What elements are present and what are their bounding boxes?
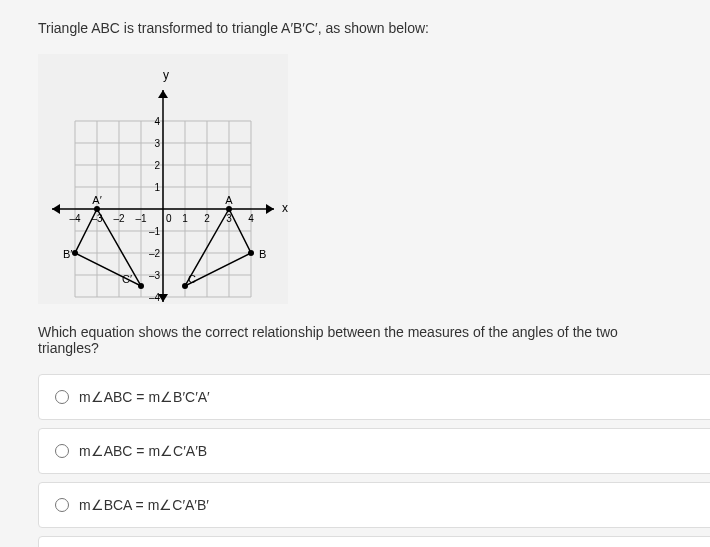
svg-text:A′: A′: [92, 194, 101, 206]
svg-text:4: 4: [154, 116, 160, 127]
svg-text:4: 4: [248, 213, 254, 224]
svg-text:–2: –2: [149, 248, 161, 259]
svg-text:–4: –4: [149, 292, 161, 303]
svg-text:C′: C′: [122, 273, 132, 285]
svg-text:0: 0: [166, 213, 172, 224]
svg-text:–1: –1: [135, 213, 147, 224]
option-3[interactable]: m∠BCA = m∠C′A′B′: [38, 482, 710, 528]
svg-marker-20: [266, 204, 274, 214]
svg-text:x: x: [282, 201, 288, 215]
svg-text:1: 1: [182, 213, 188, 224]
svg-text:2: 2: [154, 160, 160, 171]
svg-text:3: 3: [154, 138, 160, 149]
svg-text:–4: –4: [69, 213, 81, 224]
svg-point-51: [94, 206, 100, 212]
question-intro: Triangle ABC is transformed to triangle …: [38, 20, 672, 36]
option-4[interactable]: m∠BCA = m∠B′C′A′: [38, 536, 710, 547]
question-prompt: Which equation shows the correct relatio…: [38, 324, 672, 356]
svg-point-52: [72, 250, 78, 256]
svg-text:–3: –3: [149, 270, 161, 281]
svg-marker-21: [52, 204, 60, 214]
svg-text:–2: –2: [113, 213, 125, 224]
option-2[interactable]: m∠ABC = m∠C′A′B: [38, 428, 710, 474]
option-1-label: m∠ABC = m∠B′C′A′: [79, 389, 210, 405]
svg-text:y: y: [163, 68, 169, 82]
option-3-label: m∠BCA = m∠C′A′B′: [79, 497, 209, 513]
svg-text:C: C: [188, 273, 196, 285]
option-2-radio[interactable]: [55, 444, 69, 458]
svg-text:1: 1: [154, 182, 160, 193]
svg-text:–3: –3: [91, 213, 103, 224]
answer-options: m∠ABC = m∠B′C′A′ m∠ABC = m∠C′A′B m∠BCA =…: [38, 374, 672, 547]
svg-marker-22: [158, 90, 168, 98]
coordinate-graph: –4 –3 –2 –1 0 1 2 3 4 1 2 3 4 –1 –2 –3 –…: [38, 54, 288, 304]
option-3-radio[interactable]: [55, 498, 69, 512]
svg-point-44: [226, 206, 232, 212]
option-1[interactable]: m∠ABC = m∠B′C′A′: [38, 374, 710, 420]
svg-text:2: 2: [204, 213, 210, 224]
svg-text:–1: –1: [149, 226, 161, 237]
svg-text:A: A: [225, 194, 233, 206]
graph-svg: –4 –3 –2 –1 0 1 2 3 4 1 2 3 4 –1 –2 –3 –…: [38, 54, 288, 304]
svg-text:B′: B′: [63, 248, 72, 260]
svg-point-53: [138, 283, 144, 289]
svg-point-45: [248, 250, 254, 256]
option-2-label: m∠ABC = m∠C′A′B: [79, 443, 207, 459]
svg-text:B: B: [259, 248, 266, 260]
option-1-radio[interactable]: [55, 390, 69, 404]
